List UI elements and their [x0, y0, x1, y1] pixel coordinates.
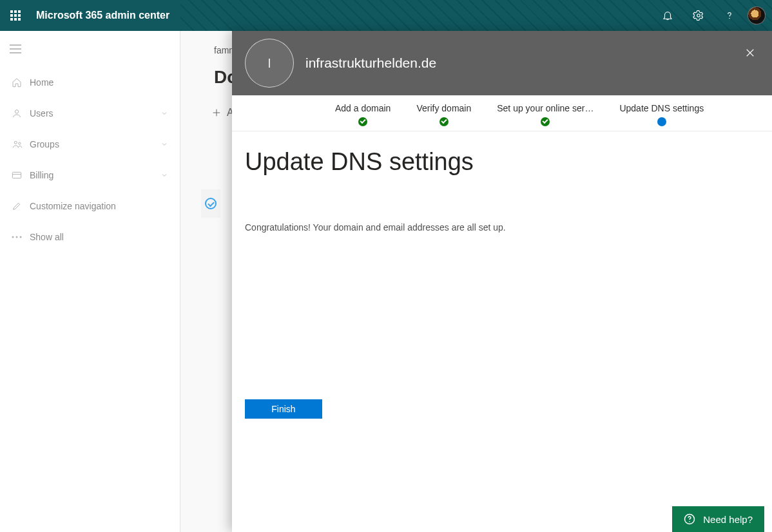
sidebar-item-label: Show all: [30, 232, 64, 242]
add-button[interactable]: [206, 108, 227, 118]
plus-icon: [211, 108, 222, 118]
domain-row-select[interactable]: [201, 189, 220, 218]
chevron-down-icon: [160, 109, 168, 117]
step-label: Verify domain: [416, 103, 471, 113]
svg-point-11: [16, 236, 18, 238]
step-label: Add a domain: [335, 103, 391, 113]
sidebar-item-users[interactable]: Users: [0, 98, 180, 129]
chevron-down-icon: [160, 140, 168, 148]
users-icon: [12, 108, 30, 119]
sidebar-item-label: Users: [30, 108, 53, 119]
step-label: Set up your online ser…: [497, 103, 593, 113]
home-icon: [12, 77, 30, 88]
close-button[interactable]: [740, 43, 760, 63]
sidebar-item-show-all[interactable]: Show all: [0, 222, 180, 252]
domain-avatar-initial: I: [267, 56, 271, 71]
svg-point-0: [697, 14, 700, 17]
sidebar-item-label: Billing: [30, 170, 53, 180]
check-circle-icon: [358, 117, 367, 126]
pencil-icon: [12, 201, 30, 211]
panel-body: Update DNS settings Congratulations! You…: [232, 131, 772, 532]
billing-icon: [12, 170, 30, 180]
waffle-icon: [10, 10, 21, 21]
step-setup-services[interactable]: Set up your online ser…: [497, 103, 593, 126]
question-icon: [724, 10, 735, 21]
step-label: Update DNS settings: [619, 103, 704, 113]
sidebar-item-label: Home: [30, 77, 53, 88]
settings-button[interactable]: [683, 0, 714, 31]
account-avatar[interactable]: [748, 6, 766, 24]
product-name: Microsoft 365 admin center: [31, 10, 180, 21]
domain-avatar: I: [245, 39, 294, 88]
groups-icon: [12, 139, 30, 149]
need-help-button[interactable]: Need help?: [672, 506, 764, 532]
svg-point-6: [14, 141, 17, 144]
svg-point-5: [15, 110, 18, 113]
svg-point-10: [12, 236, 14, 238]
svg-point-12: [20, 236, 22, 238]
help-button[interactable]: [714, 0, 745, 31]
global-header: Microsoft 365 admin center: [0, 0, 772, 31]
app-launcher-button[interactable]: [0, 0, 31, 31]
need-help-label: Need help?: [703, 514, 753, 525]
sidebar-item-groups[interactable]: Groups: [0, 129, 180, 160]
nav-toggle-button[interactable]: [0, 36, 31, 62]
bell-icon: [662, 10, 673, 21]
sidebar-item-label: Customize navigation: [30, 201, 116, 211]
check-circle-icon: [541, 117, 550, 126]
sidebar-item-billing[interactable]: Billing: [0, 160, 180, 191]
panel-heading: Update DNS settings: [245, 148, 759, 176]
gear-icon: [693, 10, 704, 21]
sidebar-item-label: Groups: [30, 139, 59, 149]
wizard-steps: Add a domain Verify domain Set up your o…: [232, 95, 772, 131]
svg-point-18: [690, 521, 691, 522]
close-icon: [744, 47, 756, 59]
finish-button[interactable]: Finish: [245, 399, 322, 419]
panel-message: Congratulations! Your domain and email a…: [245, 222, 759, 233]
current-step-dot-icon: [657, 117, 666, 126]
svg-rect-8: [12, 172, 21, 178]
sidebar-item-customize[interactable]: Customize navigation: [0, 191, 180, 222]
panel-header: I infrastrukturhelden.de: [232, 31, 772, 95]
step-update-dns[interactable]: Update DNS settings: [619, 103, 704, 126]
chevron-down-icon: [160, 171, 168, 179]
panel-domain-name: infrastrukturhelden.de: [305, 55, 436, 71]
svg-point-1: [729, 18, 730, 19]
help-circle-icon: [684, 513, 695, 525]
domain-setup-panel: I infrastrukturhelden.de Add a domain Ve…: [232, 31, 772, 532]
step-add-domain[interactable]: Add a domain: [335, 103, 391, 126]
notifications-button[interactable]: [652, 0, 683, 31]
sidebar-item-home[interactable]: Home: [0, 67, 180, 98]
step-verify-domain[interactable]: Verify domain: [416, 103, 471, 126]
hamburger-icon: [10, 44, 21, 53]
left-nav: Home Users Groups Billing Customize n: [0, 31, 180, 532]
ellipsis-icon: [12, 236, 30, 238]
check-circle-icon: [439, 117, 449, 126]
svg-point-7: [19, 142, 21, 144]
check-circle-icon: [205, 198, 217, 209]
